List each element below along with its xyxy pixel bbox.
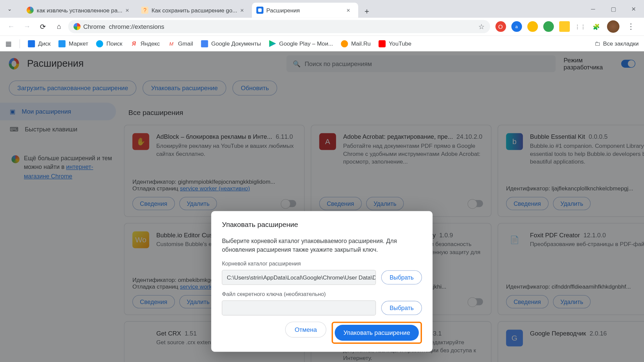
bookmark-disk[interactable]: Диск bbox=[28, 40, 51, 47]
tab-dropdown-icon[interactable]: ⌄ bbox=[4, 3, 16, 15]
ext-icon-4[interactable] bbox=[543, 21, 554, 32]
modal-description: Выберите корневой каталог упаковываемого… bbox=[222, 237, 422, 254]
bookmark-yandex[interactable]: ЯЯндекс bbox=[130, 40, 160, 47]
modal-cancel-button[interactable]: Отмена bbox=[285, 322, 326, 338]
nav-forward-icon[interactable]: → bbox=[20, 20, 34, 33]
bookmark-docs[interactable]: Google Документы bbox=[201, 40, 261, 47]
bookmark-search[interactable]: Поиск bbox=[96, 40, 122, 47]
root-dir-browse-button[interactable]: Выбрать bbox=[381, 270, 422, 285]
bookmark-mailru[interactable]: Mail.Ru bbox=[341, 40, 371, 47]
ext-icon-2[interactable]: a bbox=[511, 21, 522, 32]
apps-icon[interactable]: ▦ bbox=[5, 40, 11, 48]
tab-close-icon-0[interactable]: × bbox=[125, 7, 132, 14]
tab-title-2: Расширения bbox=[266, 7, 343, 13]
tab-title-1: Как сохранить расширение go... bbox=[152, 7, 237, 13]
tab-close-icon-2[interactable]: × bbox=[346, 7, 354, 14]
chrome-icon bbox=[73, 23, 80, 30]
divider bbox=[19, 39, 20, 48]
window-maximize-icon[interactable]: ▢ bbox=[603, 0, 624, 18]
new-tab-button[interactable]: + bbox=[361, 5, 373, 18]
tab-title-0: как извлечь установленное ра... bbox=[37, 7, 122, 13]
pack-extension-dialog: Упаковать расширение Выберите корневой к… bbox=[211, 211, 433, 352]
window-minimize-icon[interactable]: ─ bbox=[583, 0, 603, 18]
modal-title: Упаковать расширение bbox=[222, 221, 422, 229]
ext-icon-5[interactable] bbox=[559, 21, 570, 32]
tab-strip: как извлечь установленное ра... × ? Как … bbox=[22, 0, 373, 18]
all-bookmarks-button[interactable]: 🗀Все закладки bbox=[595, 40, 639, 47]
bookmark-youtube[interactable]: YouTube bbox=[379, 40, 412, 47]
nav-home-icon[interactable]: ⌂ bbox=[52, 20, 66, 33]
tab-favicon-0 bbox=[26, 7, 34, 14]
chrome-menu-icon[interactable]: ⋮ bbox=[625, 22, 637, 32]
bookmark-bar: ▦ Диск Маркет Поиск ЯЯндекс MGmail Googl… bbox=[0, 36, 644, 52]
bookmark-market[interactable]: Маркет bbox=[59, 40, 88, 47]
page-content: Расширения 🔍 Поиск по расширениям Режим … bbox=[0, 51, 644, 362]
site-identity[interactable]: Chrome bbox=[73, 23, 105, 30]
address-bar[interactable]: Chrome chrome://extensions ☆ bbox=[68, 20, 490, 33]
window-close-icon[interactable]: ✕ bbox=[624, 0, 644, 18]
browser-tab-1[interactable]: ? Как сохранить расширение go... × bbox=[137, 3, 252, 18]
extensions-icon[interactable]: 🧩 bbox=[591, 21, 602, 32]
tab-close-icon-1[interactable]: × bbox=[240, 7, 247, 14]
browser-toolbar: ← → ⟳ ⌂ Chrome chrome://extensions ☆ O a… bbox=[0, 18, 644, 36]
url-text: chrome://extensions bbox=[109, 23, 164, 30]
key-file-browse-button[interactable]: Выбрать bbox=[381, 301, 422, 315]
modal-overlay: Упаковать расширение Выберите корневой к… bbox=[0, 51, 644, 362]
ext-icon-1[interactable]: O bbox=[495, 21, 506, 32]
key-file-input[interactable] bbox=[222, 301, 376, 316]
modal-pack-button[interactable]: Упаковать расширение bbox=[334, 325, 419, 341]
browser-tab-2[interactable]: Расширения × bbox=[252, 3, 358, 18]
nav-reload-icon[interactable]: ⟳ bbox=[36, 20, 50, 33]
bookmark-play[interactable]: Google Play – Мои... bbox=[269, 40, 333, 47]
ext-icon-6[interactable]: ⋮⋮ bbox=[575, 21, 586, 32]
nav-back-icon[interactable]: ← bbox=[4, 20, 18, 33]
browser-tab-0[interactable]: как извлечь установленное ра... × bbox=[22, 3, 137, 18]
star-icon[interactable]: ☆ bbox=[478, 22, 484, 31]
highlight-annotation: Упаковать расширение bbox=[331, 322, 422, 344]
key-file-label: Файл секретного ключа (необязательно) bbox=[222, 291, 422, 297]
browser-label: Chrome bbox=[83, 23, 105, 30]
tab-favicon-1: ? bbox=[142, 7, 149, 14]
ext-icon-3[interactable] bbox=[527, 21, 538, 32]
tab-favicon-2 bbox=[256, 7, 263, 14]
root-dir-input[interactable]: C:\Users\strin\AppData\Local\Google\Chro… bbox=[222, 270, 376, 285]
root-dir-label: Корневой каталог расширения bbox=[222, 261, 422, 267]
bookmark-gmail[interactable]: MGmail bbox=[168, 40, 193, 47]
window-title-bar: ⌄ как извлечь установленное ра... × ? Ка… bbox=[0, 0, 644, 18]
profile-avatar[interactable] bbox=[607, 20, 619, 33]
